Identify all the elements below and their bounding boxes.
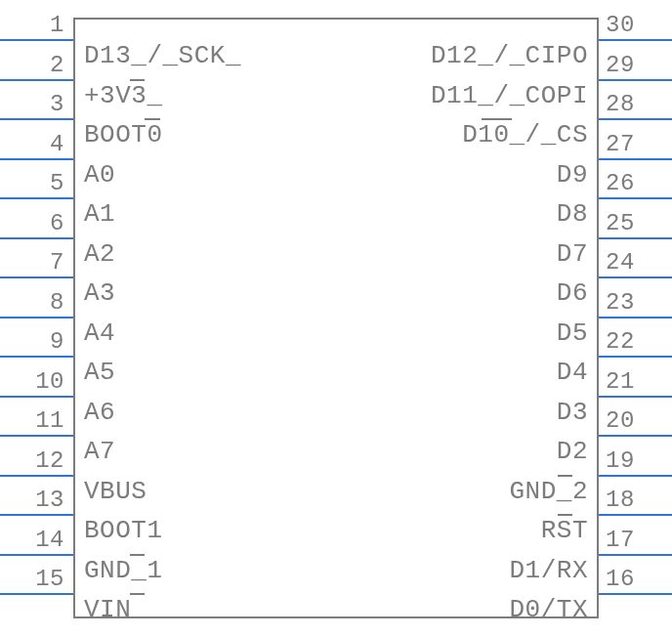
pin-label-15: VIN bbox=[84, 595, 131, 624]
pin-number-25: 25 bbox=[606, 210, 635, 236]
pin-number-21: 21 bbox=[606, 368, 635, 395]
pin-lead-21 bbox=[599, 396, 672, 398]
pin-number-24: 24 bbox=[606, 249, 635, 276]
pin-lead-9 bbox=[0, 356, 73, 358]
pin-lead-19 bbox=[599, 475, 672, 477]
pin-lead-2 bbox=[0, 79, 73, 81]
pin-number-10: 10 bbox=[6, 368, 64, 395]
pin-lead-11 bbox=[0, 435, 73, 437]
pin-label-16: D0/TX bbox=[509, 595, 588, 624]
pin-label-9: A5 bbox=[84, 358, 115, 387]
pin-number-23: 23 bbox=[606, 289, 635, 316]
overbar bbox=[130, 79, 146, 81]
pin-lead-13 bbox=[0, 514, 73, 516]
pin-label-14: GND_1 bbox=[84, 556, 163, 585]
pin-lead-18 bbox=[599, 514, 672, 516]
pin-lead-25 bbox=[599, 237, 672, 239]
pin-number-6: 6 bbox=[6, 210, 64, 236]
pin-lead-14 bbox=[0, 554, 73, 556]
pin-lead-6 bbox=[0, 237, 73, 239]
pin-label-20: D2 bbox=[557, 437, 588, 466]
pin-label-12: VBUS bbox=[84, 477, 147, 506]
pin-label-24: D6 bbox=[557, 278, 588, 308]
pin-number-19: 19 bbox=[606, 447, 635, 474]
pin-lead-8 bbox=[0, 317, 73, 318]
pin-number-26: 26 bbox=[606, 170, 635, 196]
pin-label-23: D5 bbox=[557, 318, 588, 348]
pin-lead-1 bbox=[0, 39, 73, 41]
pin-lead-7 bbox=[0, 276, 73, 278]
pin-number-27: 27 bbox=[606, 131, 635, 157]
pin-number-18: 18 bbox=[606, 487, 635, 513]
pin-label-18: RST bbox=[541, 516, 588, 545]
pin-lead-20 bbox=[599, 435, 672, 437]
pin-label-25: D7 bbox=[557, 239, 588, 269]
pin-lead-16 bbox=[599, 593, 672, 595]
pin-label-5: A1 bbox=[84, 199, 115, 229]
pin-number-1: 1 bbox=[6, 12, 64, 38]
pin-number-9: 9 bbox=[6, 328, 64, 355]
pin-lead-22 bbox=[599, 356, 672, 358]
pin-number-7: 7 bbox=[6, 249, 64, 276]
pin-lead-17 bbox=[599, 554, 672, 556]
pin-number-11: 11 bbox=[6, 407, 64, 434]
pin-lead-12 bbox=[0, 475, 73, 477]
pin-lead-4 bbox=[0, 158, 73, 160]
pin-lead-28 bbox=[599, 118, 672, 120]
pin-number-3: 3 bbox=[6, 91, 64, 117]
pin-label-26: D8 bbox=[557, 199, 588, 229]
pin-lead-24 bbox=[599, 276, 672, 278]
pin-number-14: 14 bbox=[6, 527, 64, 553]
overbar bbox=[130, 554, 146, 556]
pin-number-13: 13 bbox=[6, 487, 64, 513]
pin-number-30: 30 bbox=[606, 12, 635, 38]
pin-label-3: BOOT0 bbox=[84, 120, 163, 149]
pin-number-28: 28 bbox=[606, 91, 635, 117]
pin-label-13: BOOT1 bbox=[84, 516, 163, 545]
pin-label-22: D4 bbox=[557, 358, 588, 387]
pin-number-4: 4 bbox=[6, 131, 64, 157]
pin-number-29: 29 bbox=[606, 52, 635, 78]
pin-label-21: D3 bbox=[557, 398, 588, 427]
pin-number-8: 8 bbox=[6, 289, 64, 316]
pin-number-2: 2 bbox=[6, 52, 64, 78]
pin-number-5: 5 bbox=[6, 170, 64, 196]
pin-label-10: A6 bbox=[84, 398, 115, 427]
pin-lead-29 bbox=[599, 79, 672, 81]
pin-label-1: D13_/_SCK_ bbox=[84, 41, 241, 70]
pin-lead-15 bbox=[0, 593, 73, 595]
overbar bbox=[482, 118, 512, 120]
pin-lead-27 bbox=[599, 158, 672, 160]
pin-label-8: A4 bbox=[84, 318, 115, 348]
pin-label-11: A7 bbox=[84, 437, 115, 466]
pin-lead-23 bbox=[599, 317, 672, 318]
overbar bbox=[130, 593, 146, 595]
pin-lead-26 bbox=[599, 197, 672, 199]
overbar bbox=[558, 475, 573, 477]
pin-number-17: 17 bbox=[606, 527, 635, 553]
pin-label-2: +3V3_ bbox=[84, 81, 163, 110]
pin-number-22: 22 bbox=[606, 328, 635, 355]
pin-lead-3 bbox=[0, 118, 73, 120]
pin-label-19: GND_2 bbox=[509, 477, 588, 506]
pin-number-20: 20 bbox=[606, 407, 635, 434]
pin-label-28: D10_/_CS bbox=[462, 120, 588, 149]
pin-label-6: A2 bbox=[84, 239, 115, 269]
overbar bbox=[145, 118, 160, 120]
pin-label-29: D11_/_COPI bbox=[431, 81, 588, 110]
pin-lead-30 bbox=[599, 39, 672, 41]
pin-label-17: D1/RX bbox=[509, 556, 588, 585]
pin-label-4: A0 bbox=[84, 160, 115, 190]
pin-number-16: 16 bbox=[606, 566, 635, 592]
pin-lead-5 bbox=[0, 197, 73, 199]
pin-label-27: D9 bbox=[557, 160, 588, 190]
pin-label-30: D12_/_CIPO bbox=[431, 41, 588, 70]
overbar bbox=[558, 514, 573, 516]
pin-number-15: 15 bbox=[6, 566, 64, 592]
pin-label-7: A3 bbox=[84, 278, 115, 308]
pin-number-12: 12 bbox=[6, 447, 64, 474]
pin-lead-10 bbox=[0, 396, 73, 398]
